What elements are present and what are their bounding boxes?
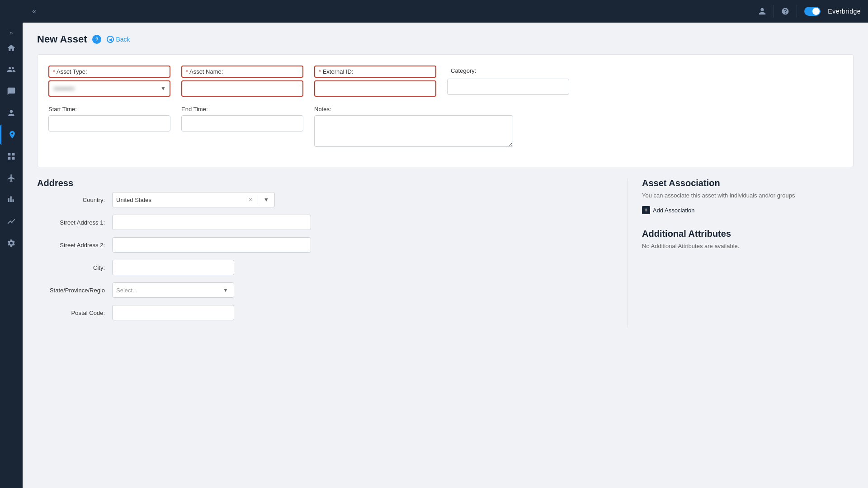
start-time-field: Start Time:	[48, 106, 170, 147]
end-time-field: End Time:	[181, 106, 303, 147]
external-id-input[interactable]	[314, 80, 436, 97]
street2-row: Street Address 2:	[37, 237, 616, 253]
category-label: Category:	[447, 66, 569, 76]
sidebar-item-home[interactable]	[0, 38, 23, 58]
street1-row: Street Address 1:	[37, 215, 616, 230]
country-row: Country: United States × ▼	[37, 192, 616, 207]
help-circle-icon[interactable]: ?	[92, 35, 101, 44]
sidebar-item-matrix[interactable]	[0, 146, 23, 166]
sidebar-item-contacts[interactable]	[0, 103, 23, 123]
user-icon[interactable]	[758, 7, 766, 15]
city-label: City:	[37, 264, 105, 271]
page-title: New Asset	[37, 33, 87, 45]
postal-row: Postal Code:	[37, 305, 616, 320]
notes-textarea[interactable]	[314, 115, 513, 147]
city-input[interactable]	[112, 260, 234, 275]
asset-name-input[interactable]	[181, 80, 303, 97]
asset-type-label: Asset Type:	[48, 66, 170, 78]
sidebar-item-chart[interactable]	[0, 211, 23, 231]
state-row: State/Province/Regio Select... ▼	[37, 282, 616, 298]
address-title: Address	[37, 178, 616, 188]
right-section: Asset Association You can associate this…	[627, 178, 854, 328]
postal-label: Postal Code:	[37, 310, 105, 316]
category-field: Category:	[447, 66, 569, 97]
country-select[interactable]: United States × ▼	[112, 192, 275, 207]
expand-icon[interactable]: »	[10, 30, 13, 36]
start-time-input[interactable]	[48, 115, 170, 131]
bottom-section: Address Country: United States × ▼ Stree…	[37, 178, 854, 328]
postal-input[interactable]	[112, 305, 234, 320]
topbar: « Everbridge	[0, 0, 868, 23]
help-icon[interactable]	[781, 7, 789, 15]
asset-type-field: Asset Type: •••••••••• ▼	[48, 66, 170, 97]
country-value: United States	[116, 197, 245, 203]
start-time-label: Start Time:	[48, 106, 170, 113]
end-time-label: End Time:	[181, 106, 303, 113]
brand-label: Everbridge	[828, 8, 861, 15]
notes-field: Notes:	[314, 106, 513, 147]
state-dropdown-icon[interactable]: ▼	[221, 286, 230, 294]
clear-country-icon[interactable]: ×	[247, 195, 254, 204]
main-content: New Asset ? ◀ Back Asset Type: •••••••••…	[23, 23, 868, 488]
asset-name-field: Asset Name:	[181, 66, 303, 97]
asset-type-value: ••••••••••	[54, 85, 75, 92]
sidebar-item-location[interactable]	[0, 125, 23, 145]
state-label: State/Province/Regio	[37, 287, 105, 294]
add-association-label: Add Association	[653, 207, 695, 214]
asset-type-select[interactable]: •••••••••• ▼	[48, 80, 170, 97]
asset-association-subtitle: You can associate this asset with indivi…	[642, 192, 854, 199]
no-attributes-message: No Additional Attributes are available.	[642, 243, 854, 249]
back-arrow-icon: ◀	[107, 36, 114, 43]
sidebar-item-settings[interactable]	[0, 233, 23, 253]
state-placeholder: Select...	[116, 287, 219, 294]
category-input[interactable]	[447, 79, 569, 95]
city-row: City:	[37, 260, 616, 275]
country-dropdown-icon[interactable]: ▼	[262, 196, 271, 204]
external-id-field: External ID:	[314, 66, 436, 97]
asset-association-title: Asset Association	[642, 178, 854, 188]
sidebar-item-analytics[interactable]	[0, 190, 23, 210]
additional-attributes-title: Additional Attributes	[642, 229, 854, 239]
notes-label: Notes:	[314, 106, 513, 113]
end-time-input[interactable]	[181, 115, 303, 131]
topbar-sep-2	[797, 5, 797, 18]
sidebar: »	[0, 0, 23, 488]
sidebar-item-flight[interactable]	[0, 168, 23, 188]
time-fields-row: Start Time: End Time: Notes:	[48, 106, 842, 147]
sidebar-item-alerts[interactable]	[0, 81, 23, 101]
address-section: Address Country: United States × ▼ Stree…	[37, 178, 627, 328]
state-select[interactable]: Select... ▼	[112, 282, 234, 298]
chevron-down-icon: ▼	[159, 84, 168, 94]
country-label: Country:	[37, 197, 105, 203]
topbar-sep-1	[774, 5, 774, 18]
street1-label: Street Address 1:	[37, 219, 105, 226]
add-icon: +	[642, 206, 650, 214]
street1-input[interactable]	[112, 215, 311, 230]
add-association-button[interactable]: + Add Association	[642, 206, 854, 214]
street2-label: Street Address 2:	[37, 242, 105, 249]
asset-form-card: Asset Type: •••••••••• ▼ Asset Name: Ext…	[37, 54, 854, 167]
everbridge-toggle[interactable]	[804, 7, 821, 16]
required-fields-row: Asset Type: •••••••••• ▼ Asset Name: Ext…	[48, 66, 842, 97]
select-divider	[258, 195, 258, 204]
street2-input[interactable]	[112, 237, 311, 253]
external-id-label: External ID:	[314, 66, 436, 78]
asset-name-label: Asset Name:	[181, 66, 303, 78]
back-button[interactable]: ◀ Back	[107, 36, 130, 43]
sidebar-item-people[interactable]	[0, 60, 23, 80]
page-header: New Asset ? ◀ Back	[37, 33, 854, 45]
collapse-sidebar-icon[interactable]: «	[32, 7, 36, 15]
